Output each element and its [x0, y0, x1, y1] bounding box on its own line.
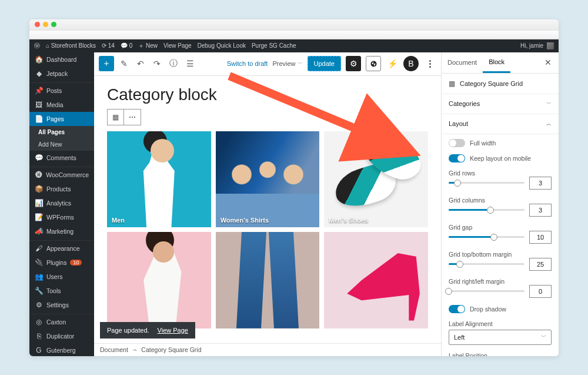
sidebar-item-tools[interactable]: 🔧Tools: [29, 284, 94, 298]
woo-icon: 🅦: [35, 171, 42, 179]
browser-url-bar[interactable]: [29, 30, 559, 39]
sidebar-item-woocommerce[interactable]: 🅦WooCommerce: [29, 167, 94, 182]
jetpack-button[interactable]: [366, 56, 381, 71]
sidebar-sub-add-new[interactable]: Add New: [29, 138, 94, 151]
sidebar-item-comments[interactable]: 💬Comments: [29, 151, 94, 165]
admin-bar-debug[interactable]: Debug Quick Look: [198, 42, 246, 49]
block-identity: ▦ Category Square Grid: [442, 74, 559, 94]
redo-icon[interactable]: ↷: [151, 57, 163, 70]
field-grid-columns: Grid columns 3: [449, 197, 552, 217]
category-cell[interactable]: [216, 232, 320, 328]
category-cell[interactable]: Men: [107, 131, 211, 228]
input-grid-columns[interactable]: 3: [529, 204, 552, 217]
tools-icon: 🔧: [35, 287, 43, 295]
settings-gear-button[interactable]: ⚙: [346, 56, 361, 71]
admin-bar-purge[interactable]: Purge SG Cache: [252, 42, 296, 49]
slider-grid-tb[interactable]: [449, 263, 524, 265]
chevron-down-icon: ﹀: [298, 60, 303, 68]
posts-icon: 📌: [35, 87, 43, 95]
admin-bar-view-page[interactable]: View Page: [163, 42, 192, 49]
page-title[interactable]: Category block: [107, 85, 428, 104]
avatar[interactable]: [547, 42, 554, 49]
slider-grid-columns[interactable]: [449, 209, 524, 211]
minimize-window-icon[interactable]: [43, 22, 48, 27]
category-label: Men: [112, 217, 125, 224]
pages-icon: 📄: [35, 115, 43, 123]
category-cell[interactable]: Men's Shoes: [324, 131, 428, 228]
select-label-alignment[interactable]: Left ﹀: [449, 330, 552, 345]
editor-canvas[interactable]: Category block ▦ ⋯ MenWomen's ShirtsMen'…: [94, 76, 441, 343]
wordpress-logo-icon[interactable]: ⓦ: [34, 42, 40, 50]
more-options-button[interactable]: [423, 57, 436, 70]
sidebar-item-wpforms[interactable]: 📝WPForms: [29, 210, 94, 224]
close-inspector-icon[interactable]: ✕: [537, 58, 559, 67]
update-button[interactable]: Update: [308, 56, 341, 71]
admin-bar-new[interactable]: ＋ New: [138, 42, 158, 50]
slider-grid-rows[interactable]: [449, 182, 524, 184]
sidebar-item-appearance[interactable]: 🖌Appearance: [29, 240, 94, 255]
sidebar-item-plugins[interactable]: 🔌Plugins 10: [29, 255, 94, 270]
admin-bar-greeting[interactable]: Hi, jamie: [520, 42, 543, 49]
info-icon[interactable]: ⓘ: [167, 57, 180, 70]
admin-sidebar: 🏠Dashboard◆Jetpack📌Posts🖼Media📄PagesAll …: [29, 52, 94, 356]
sidebar-sub-all-pages[interactable]: All Pages: [29, 126, 94, 138]
admin-bar-site[interactable]: ⌂ Storefront Blocks: [46, 42, 96, 49]
slider-grid-rl[interactable]: [449, 290, 524, 292]
tab-document[interactable]: Document: [442, 53, 483, 72]
products-icon: 📦: [35, 185, 43, 193]
sidebar-item-dashboard[interactable]: 🏠Dashboard: [29, 52, 94, 67]
maximize-window-icon[interactable]: [51, 22, 56, 27]
outline-icon[interactable]: ☰: [183, 57, 196, 70]
comments-icon: 💬: [35, 154, 43, 162]
sidebar-item-pages[interactable]: 📄Pages: [29, 112, 94, 126]
block-nav-button[interactable]: B: [403, 56, 419, 71]
block-more-icon[interactable]: ⋯: [124, 109, 141, 125]
chevron-up-icon: ︿: [546, 120, 552, 128]
breadcrumb-root[interactable]: Document: [100, 346, 128, 353]
sidebar-item-duplicator[interactable]: ⎘Duplicator: [29, 329, 94, 343]
sidebar-item-marketing[interactable]: 📣Marketing: [29, 224, 94, 238]
category-cell[interactable]: Women's Shirts: [216, 131, 320, 228]
toast-view-page-link[interactable]: View Page: [158, 327, 188, 334]
sidebar-item-products[interactable]: 📦Products: [29, 182, 94, 196]
sidebar-item-analytics[interactable]: 📊Analytics: [29, 196, 94, 210]
tab-block[interactable]: Block: [483, 52, 510, 73]
sidebar-item-media[interactable]: 🖼Media: [29, 98, 94, 112]
panel-layout[interactable]: Layout ︿: [442, 114, 559, 134]
admin-bar-comments[interactable]: 💬 0: [121, 42, 132, 49]
toggle-drop-shadow[interactable]: [449, 305, 465, 313]
chevron-down-icon: ﹀: [546, 100, 552, 108]
close-window-icon[interactable]: [35, 22, 40, 27]
browser-window: ⓦ ⌂ Storefront Blocks ⟳ 14 💬 0 ＋ New Vie…: [29, 19, 559, 356]
toggle-full-width[interactable]: [449, 139, 465, 147]
sidebar-item-jetpack[interactable]: ◆Jetpack: [29, 67, 94, 81]
block-icon[interactable]: ▦: [108, 109, 124, 125]
switch-to-draft-link[interactable]: Switch to draft: [227, 60, 268, 67]
category-cell[interactable]: [324, 232, 428, 328]
sidebar-item-posts[interactable]: 📌Posts: [29, 82, 94, 98]
sidebar-item-caxton[interactable]: ◎Caxton: [29, 314, 94, 329]
settings-icon: ⚙: [35, 301, 43, 309]
category-cell[interactable]: [107, 232, 211, 328]
undo-icon[interactable]: ↶: [134, 57, 147, 70]
media-icon: 🖼: [35, 101, 43, 109]
amp-icon[interactable]: ⚡: [386, 57, 399, 70]
sidebar-item-users[interactable]: 👥Users: [29, 270, 94, 284]
preview-button[interactable]: Preview ﹀: [272, 60, 302, 68]
panel-layout-body: Full width Keep layout on mobile Grid ro…: [442, 134, 559, 356]
field-grid-rows: Grid rows 3: [449, 170, 552, 190]
edit-tool-icon[interactable]: ✎: [118, 57, 131, 70]
breadcrumb-current[interactable]: Category Square Grid: [141, 346, 201, 353]
toggle-keep-mobile[interactable]: [449, 154, 465, 162]
input-grid-rows[interactable]: 3: [529, 177, 552, 190]
input-grid-gap[interactable]: 10: [529, 231, 552, 244]
sidebar-item-settings[interactable]: ⚙Settings: [29, 298, 94, 312]
slider-grid-gap[interactable]: [449, 236, 524, 238]
admin-bar-updates[interactable]: ⟳ 14: [102, 42, 115, 49]
category-label: Men's Shoes: [329, 217, 368, 224]
add-block-button[interactable]: ＋: [99, 56, 114, 71]
input-grid-tb[interactable]: 25: [529, 258, 552, 271]
sidebar-item-gutenberg[interactable]: GGutenberg: [29, 343, 94, 356]
input-grid-rl[interactable]: 0: [529, 285, 552, 298]
panel-categories[interactable]: Categories ﹀: [442, 94, 559, 114]
